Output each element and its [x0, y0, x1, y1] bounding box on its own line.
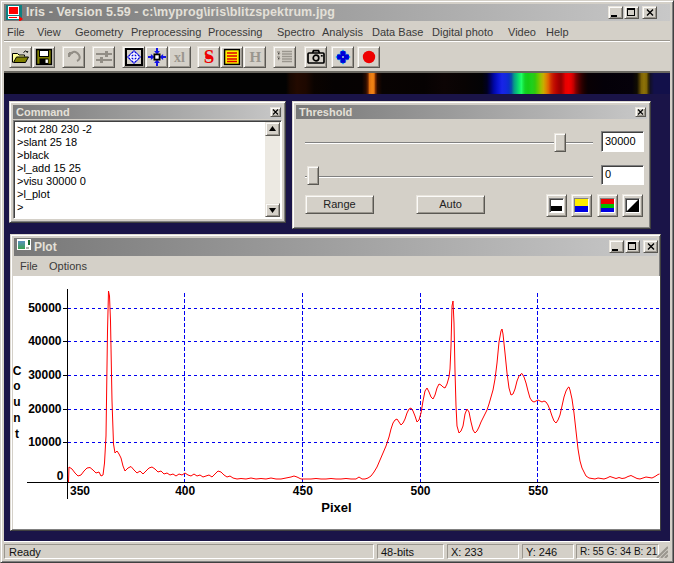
- svg-text:t: t: [15, 427, 19, 441]
- svg-text:n: n: [13, 411, 20, 425]
- svg-text:400: 400: [175, 484, 195, 498]
- svg-text:o: o: [13, 379, 20, 393]
- svg-text:550: 550: [528, 484, 548, 498]
- svg-text:H: H: [249, 49, 261, 65]
- svg-text:450: 450: [293, 484, 313, 498]
- svg-text:C: C: [13, 364, 22, 378]
- svg-text:40000: 40000: [28, 334, 62, 348]
- svg-text:20000: 20000: [28, 402, 62, 416]
- svg-text:50000: 50000: [28, 301, 62, 315]
- svg-text:30000: 30000: [28, 368, 62, 382]
- svg-text:Pixel: Pixel: [321, 500, 351, 515]
- svg-text:u: u: [13, 395, 20, 409]
- svg-text:xl: xl: [174, 50, 185, 65]
- svg-text:350: 350: [70, 484, 90, 498]
- svg-text:500: 500: [411, 484, 431, 498]
- svg-text:0: 0: [57, 469, 64, 483]
- svg-text:10000: 10000: [28, 435, 62, 449]
